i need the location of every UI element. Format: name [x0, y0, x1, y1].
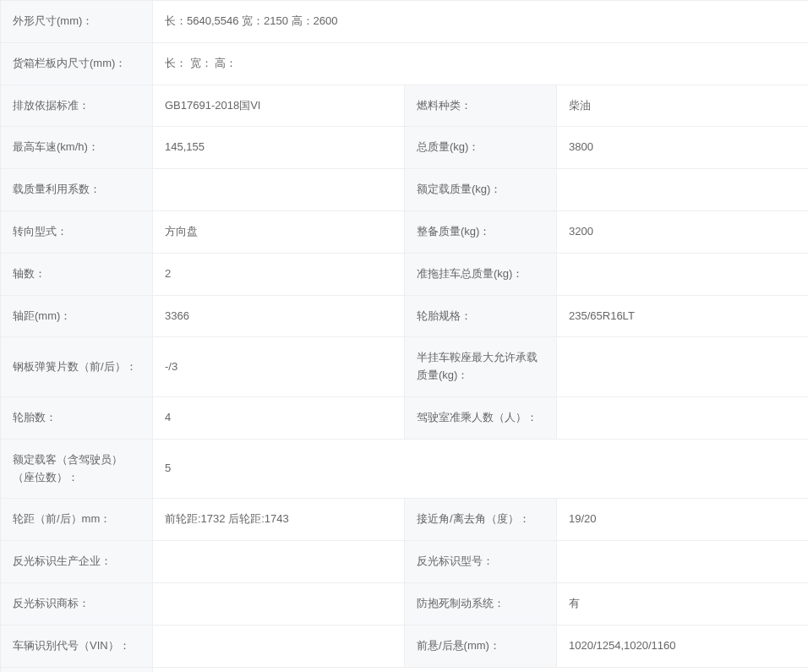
value-tirecount: 4 [153, 396, 405, 439]
label-tirecount: 轮胎数： [1, 396, 153, 439]
spec-table: 外形尺寸(mm)： 长：5640,5546 宽：2150 高：2600 货箱栏板… [0, 0, 808, 672]
table-row: 货箱栏板内尺寸(mm)： 长： 宽： 高： [1, 42, 809, 85]
label-wheelbase: 轴距(mm)： [1, 295, 153, 337]
value-angle: 19/20 [557, 499, 809, 541]
value-loadutil [153, 169, 405, 211]
label-vin: 车辆识别代号（VIN）： [1, 625, 153, 667]
value-other: 该车配备卧具、厨具、卫生设施等旅居生活设施和娱乐设施,用于旅行宿营;车顶安装换气… [153, 667, 809, 672]
table-row: 反光标识商标： 防抱死制动系统： 有 [1, 582, 809, 625]
value-maxspeed: 145,155 [153, 127, 405, 169]
value-vin [153, 625, 405, 667]
value-spring: -/3 [153, 337, 405, 397]
table-row: 轴距(mm)： 3366 轮胎规格： 235/65R16LT [1, 295, 809, 337]
label-emission: 排放依据标准： [1, 85, 153, 127]
label-dim: 外形尺寸(mm)： [1, 1, 153, 43]
value-track: 前轮距:1732 后轮距:1743 [153, 499, 405, 541]
table-row: 车辆识别代号（VIN）： 前悬/后悬(mm)： 1020/1254,1020/1… [1, 625, 809, 667]
table-row: 转向型式： 方向盘 整备质量(kg)： 3200 [1, 210, 809, 253]
table-row: 额定载客（含驾驶员）（座位数）： 5 [1, 439, 809, 499]
label-tirespec: 轮胎规格： [405, 295, 557, 337]
label-reflmodel: 反光标识型号： [405, 541, 557, 583]
value-reflmfr [153, 541, 405, 583]
table-row: 轮距（前/后）mm： 前轮距:1732 后轮距:1743 接近角/离去角（度）：… [1, 499, 809, 541]
table-row: 轮胎数： 4 驾驶室准乘人数（人）： [1, 396, 809, 439]
value-trailer [557, 253, 809, 295]
label-maxspeed: 最高车速(km/h)： [1, 127, 153, 169]
value-curb: 3200 [557, 210, 809, 253]
table-row: 外形尺寸(mm)： 长：5640,5546 宽：2150 高：2600 [1, 1, 809, 43]
label-other: 其它： [1, 667, 153, 672]
label-abs: 防抱死制动系统： [405, 582, 557, 625]
value-rated [557, 169, 809, 211]
value-dim: 长：5640,5546 宽：2150 高：2600 [153, 1, 809, 43]
value-reflmodel [557, 541, 809, 583]
table-row: 排放依据标准： GB17691-2018国VI 燃料种类： 柴油 [1, 85, 809, 127]
table-row: 载质量利用系数： 额定载质量(kg)： [1, 169, 809, 211]
label-track: 轮距（前/后）mm： [1, 499, 153, 541]
label-overhang: 前悬/后悬(mm)： [405, 625, 557, 667]
label-steer: 转向型式： [1, 210, 153, 253]
label-cab: 驾驶室准乘人数（人）： [405, 396, 557, 439]
label-axles: 轴数： [1, 253, 153, 295]
label-loadutil: 载质量利用系数： [1, 169, 153, 211]
value-passengers: 5 [153, 439, 809, 499]
table-row: 最高车速(km/h)： 145,155 总质量(kg)： 3800 [1, 127, 809, 169]
value-gross: 3800 [557, 127, 809, 169]
value-steer: 方向盘 [153, 210, 405, 253]
value-semi [557, 337, 809, 397]
value-wheelbase: 3366 [153, 295, 405, 337]
label-angle: 接近角/离去角（度）： [405, 499, 557, 541]
value-overhang: 1020/1254,1020/1160 [557, 625, 809, 667]
table-row: 其它： 该车配备卧具、厨具、卫生设施等旅居生活设施和娱乐设施,用于旅行宿营;车顶… [1, 667, 809, 672]
table-row: 反光标识生产企业： 反光标识型号： [1, 541, 809, 583]
value-cab [557, 396, 809, 439]
label-cargo: 货箱栏板内尺寸(mm)： [1, 42, 153, 85]
label-rated: 额定载质量(kg)： [405, 169, 557, 211]
value-abs: 有 [557, 582, 809, 625]
table-row: 钢板弹簧片数（前/后）： -/3 半挂车鞍座最大允许承载质量(kg)： [1, 337, 809, 397]
label-fuel: 燃料种类： [405, 85, 557, 127]
label-gross: 总质量(kg)： [405, 127, 557, 169]
value-emission: GB17691-2018国VI [153, 85, 405, 127]
label-curb: 整备质量(kg)： [405, 210, 557, 253]
label-passengers: 额定载客（含驾驶员）（座位数）： [1, 439, 153, 499]
label-semi: 半挂车鞍座最大允许承载质量(kg)： [405, 337, 557, 397]
value-tirespec: 235/65R16LT [557, 295, 809, 337]
label-trailer: 准拖挂车总质量(kg)： [405, 253, 557, 295]
value-axles: 2 [153, 253, 405, 295]
value-cargo: 长： 宽： 高： [153, 42, 809, 85]
value-fuel: 柴油 [557, 85, 809, 127]
table-row: 轴数： 2 准拖挂车总质量(kg)： [1, 253, 809, 295]
label-reflmfr: 反光标识生产企业： [1, 541, 153, 583]
label-refltm: 反光标识商标： [1, 582, 153, 625]
value-refltm [153, 582, 405, 625]
label-spring: 钢板弹簧片数（前/后）： [1, 337, 153, 397]
